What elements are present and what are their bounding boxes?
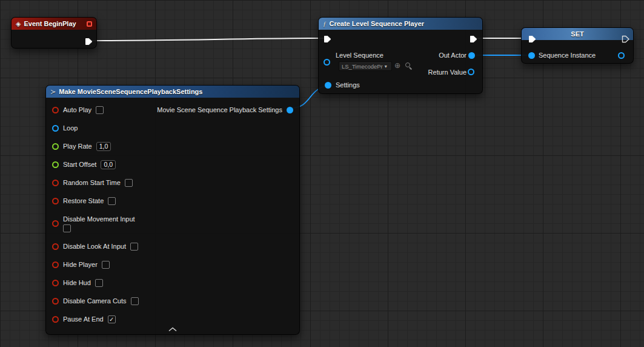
bool-pin[interactable] [52,298,59,305]
pin-row-hide-player: Hide Player [52,255,293,274]
pin-row-start-offset: Start Offset 0,0 [52,155,293,174]
out-actor-pin[interactable] [468,52,475,59]
exec-out-pin[interactable] [84,37,93,46]
search-handle [409,67,412,70]
bool-pin[interactable] [52,280,59,286]
pin-row-pause-at-end: Pause At End ✓ [52,310,293,328]
pin-row-hide-hud: Hide Hud [52,274,293,292]
bool-pin[interactable] [52,180,59,186]
chevron-down-icon: ▾ [385,64,387,69]
bool-pin[interactable] [52,220,59,227]
pin-label: Start Offset [63,161,96,168]
play-rate-field[interactable]: 1,0 [96,142,111,151]
function-icon: ƒ [323,20,327,27]
collapse-chevron-icon[interactable] [168,327,177,332]
restore-state-checkbox[interactable] [108,197,116,205]
auto-play-checkbox[interactable] [96,106,104,114]
node-header[interactable]: ≻ Make MovieSceneSequencePlaybackSetting… [46,86,299,98]
exec-wire-beginplay-to-create [90,38,325,41]
bool-pin[interactable] [52,107,59,113]
pin-label: Disable Look At Input [63,243,126,250]
out-actor-label: Out Actor [439,52,466,59]
node-header[interactable]: ƒ Create Level Sequence Player [319,18,482,30]
output-label: Movie Scene Sequence Playback Settings [157,106,282,113]
pin-label: Pause At End [63,315,104,323]
node-header[interactable]: ◈ Event BeginPlay [12,18,96,30]
bool-pin[interactable] [52,316,59,323]
hide-player-checkbox[interactable] [102,261,110,269]
level-sequence-pin[interactable] [324,59,330,66]
exec-out-pin[interactable] [621,35,630,44]
asset-search-icon[interactable] [405,62,413,70]
random-start-time-checkbox[interactable] [125,179,133,187]
make-struct-icon: ≻ [50,88,56,96]
return-value-pin[interactable] [468,69,474,75]
float-pin[interactable] [52,161,59,168]
disable-movement-input-checkbox[interactable] [63,224,71,232]
asset-add-icon[interactable]: ⊕ [394,62,400,69]
node-set-variable[interactable]: SET Sequence Instance [521,27,634,64]
settings-label: Settings [336,81,360,89]
exec-in-pin[interactable] [323,35,332,44]
label-checkbox-column: Disable Movement Input [63,215,135,232]
blueprint-canvas[interactable]: ◈ Event BeginPlay ƒ Create Level Sequenc… [0,0,644,347]
set-output-pin[interactable] [618,52,625,59]
level-sequence-label: Level Sequence [336,52,383,59]
node-make-playback-settings[interactable]: ≻ Make MovieSceneSequencePlaybackSetting… [45,85,300,335]
node-create-level-sequence-player[interactable]: ƒ Create Level Sequence Player Level Seq… [318,17,483,94]
sequence-instance-label: Sequence Instance [539,52,596,59]
pin-label: Hide Player [63,261,98,268]
disable-camera-cuts-checkbox[interactable] [131,297,139,305]
node-title: Make MovieSceneSequencePlaybackSettings [59,88,202,95]
pin-label: Disable Camera Cuts [63,297,127,305]
float-pin[interactable] [52,143,59,150]
pin-label: Hide Hud [63,279,91,286]
asset-dropdown[interactable]: LS_TimecodePr ▾ [339,61,392,71]
pin-label: Play Rate [63,143,92,150]
bool-pin[interactable] [52,261,59,268]
pin-row-disable-movement-input: Disable Movement Input [52,210,293,237]
bool-pin[interactable] [52,198,59,204]
struct-pin[interactable] [52,125,59,132]
pin-label: Random Start Time [63,179,121,186]
node-title: SET [571,30,583,38]
asset-dropdown-value: LS_TimecodePr [342,63,383,70]
node-body: Auto Play Movie Scene Sequence Playback … [46,98,299,328]
node-title: Event BeginPlay [24,20,76,27]
pin-row-disable-camera-cuts: Disable Camera Cuts [52,292,293,310]
hide-hud-checkbox[interactable] [95,279,103,287]
pin-row-random-start-time: Random Start Time [52,174,293,192]
pin-label: Loop [63,124,78,132]
exec-in-pin[interactable] [528,35,537,44]
node-title: Create Level Sequence Player [330,20,425,27]
event-flag-icon [87,21,92,27]
event-icon: ◈ [16,20,21,28]
node-event-beginplay[interactable]: ◈ Event BeginPlay [11,17,97,49]
pin-row-loop: Loop [52,119,293,137]
bool-pin[interactable] [52,243,59,250]
disable-look-at-input-checkbox[interactable] [130,243,138,251]
start-offset-field[interactable]: 0,0 [101,160,116,169]
exec-out-pin[interactable] [469,35,478,44]
pin-row-play-rate: Play Rate 1,0 [52,137,293,155]
settings-pin[interactable] [325,82,331,89]
pin-row-auto-play: Auto Play Movie Scene Sequence Playback … [52,101,293,119]
pin-row-restore-state: Restore State [52,192,293,210]
sequence-instance-pin[interactable] [528,52,535,59]
pause-at-end-checkbox[interactable]: ✓ [108,315,116,323]
pin-label: Disable Movement Input [63,215,135,223]
settings-output-pin[interactable] [287,107,293,113]
pin-row-disable-look-at-input: Disable Look At Input [52,237,293,255]
node-header[interactable]: SET [522,28,633,40]
pin-label: Restore State [63,197,104,204]
pin-label: Auto Play [63,106,91,113]
return-value-label: Return Value [428,69,466,76]
